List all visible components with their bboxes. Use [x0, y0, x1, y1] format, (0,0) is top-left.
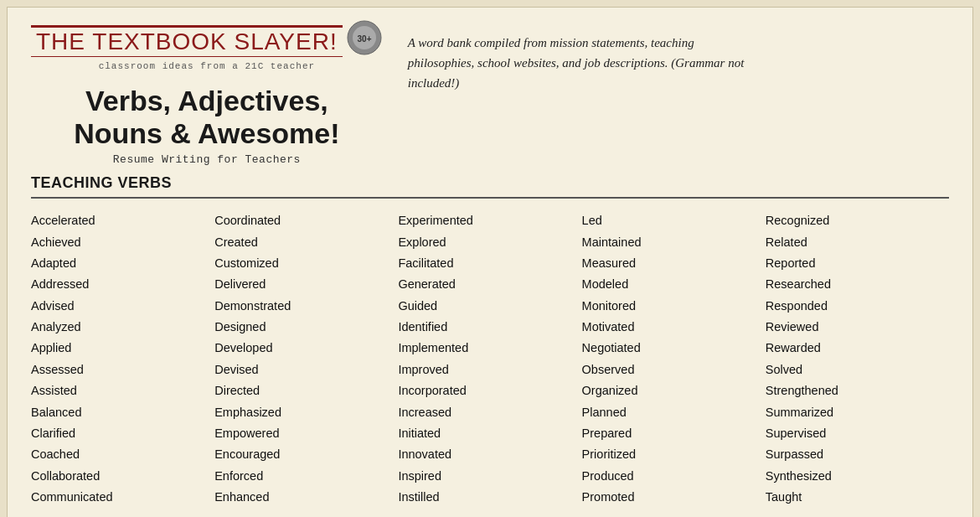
list-item: Negotiated: [582, 338, 766, 359]
list-item: Assisted: [31, 380, 214, 401]
list-item: Balanced: [31, 402, 214, 423]
list-item: Prepared: [582, 423, 766, 444]
list-item: Customized: [214, 253, 398, 274]
list-item: Incorporated: [398, 380, 581, 401]
list-item: Inspired: [398, 466, 581, 487]
list-item: Reported: [766, 253, 949, 274]
list-item: Improved: [398, 359, 581, 380]
list-item: Summarized: [766, 402, 949, 423]
list-item: Motivated: [582, 317, 766, 338]
list-item: Assessed: [31, 359, 214, 380]
list-item: Guided: [398, 296, 581, 317]
site-title: THE TEXTBOOK SLAYER!: [36, 28, 338, 54]
list-item: Responded: [766, 296, 949, 317]
list-item: Taught: [766, 487, 949, 508]
list-item: Advised: [31, 296, 214, 317]
list-item: Measured: [582, 253, 766, 274]
section-divider: [31, 197, 949, 199]
list-item: Researched: [766, 274, 949, 295]
list-item: Adapted: [31, 253, 214, 274]
logo-area: THE TEXTBOOK SLAYER! 30+ classroom ideas…: [31, 23, 383, 166]
list-item: Generated: [398, 274, 581, 295]
list-item: Strengthened: [766, 380, 949, 401]
list-item: Planned: [582, 402, 766, 423]
list-item: Prioritized: [582, 444, 766, 465]
list-item: Supervised: [766, 423, 949, 444]
list-item: Empowered: [214, 423, 398, 444]
list-item: Enforced: [214, 466, 398, 487]
list-item: Coordinated: [214, 210, 398, 231]
list-item: Communicated: [31, 487, 214, 508]
list-item: Clarified: [31, 423, 214, 444]
header: THE TEXTBOOK SLAYER! 30+ classroom ideas…: [31, 23, 949, 166]
list-item: Implemented: [398, 338, 581, 359]
list-item: Collaborated: [31, 466, 214, 487]
list-item: Identified: [398, 317, 581, 338]
list-item: Reviewed: [766, 317, 949, 338]
list-item: Devised: [214, 359, 398, 380]
list-item: Addressed: [31, 274, 214, 295]
word-column-3: ExperimentedExploredFacilitatedGenerated…: [398, 210, 581, 508]
list-item: Emphasized: [214, 402, 398, 423]
list-item: Synthesized: [766, 466, 949, 487]
list-item: Promoted: [582, 487, 766, 508]
site-subtitle: classroom ideas from a 21C teacher: [99, 61, 315, 71]
list-item: Analyzed: [31, 317, 214, 338]
list-item: Accelerated: [31, 210, 214, 231]
page-container: THE TEXTBOOK SLAYER! 30+ classroom ideas…: [7, 7, 973, 517]
list-item: Demonstrated: [214, 296, 398, 317]
list-item: Rewarded: [766, 338, 949, 359]
list-item: Experimented: [398, 210, 581, 231]
list-item: Facilitated: [398, 253, 581, 274]
list-item: Encouraged: [214, 444, 398, 465]
description: A word bank compiled from mission statem…: [408, 23, 760, 93]
list-item: Achieved: [31, 232, 214, 253]
word-column-4: LedMaintainedMeasuredModeledMonitoredMot…: [582, 210, 766, 508]
list-item: Directed: [214, 380, 398, 401]
main-title: Verbs, Adjectives,Nouns & Awesome!: [74, 85, 339, 150]
list-item: Initiated: [398, 423, 581, 444]
list-item: Explored: [398, 232, 581, 253]
list-item: Observed: [582, 359, 766, 380]
list-item: Modeled: [582, 274, 766, 295]
list-item: Innovated: [398, 444, 581, 465]
list-item: Solved: [766, 359, 949, 380]
list-item: Delivered: [214, 274, 398, 295]
svg-text:30+: 30+: [357, 34, 371, 44]
list-item: Related: [766, 232, 949, 253]
list-item: Maintained: [582, 232, 766, 253]
word-column-2: CoordinatedCreatedCustomizedDeliveredDem…: [214, 210, 398, 508]
word-column-1: AcceleratedAchievedAdaptedAddressedAdvis…: [31, 210, 214, 508]
list-item: Coached: [31, 444, 214, 465]
list-item: Created: [214, 232, 398, 253]
list-item: Applied: [31, 338, 214, 359]
list-item: Enhanced: [214, 487, 398, 508]
list-item: Increased: [398, 402, 581, 423]
section-title: TEACHING VERBS: [31, 174, 949, 192]
list-item: Surpassed: [766, 444, 949, 465]
list-item: Recognized: [766, 210, 949, 231]
list-item: Instilled: [398, 487, 581, 508]
word-column-5: RecognizedRelatedReportedResearchedRespo…: [766, 210, 949, 508]
list-item: Produced: [582, 466, 766, 487]
list-item: Developed: [214, 338, 398, 359]
list-item: Monitored: [582, 296, 766, 317]
word-grid: AcceleratedAchievedAdaptedAddressedAdvis…: [31, 210, 949, 508]
list-item: Led: [582, 210, 766, 231]
list-item: Organized: [582, 380, 766, 401]
list-item: Designed: [214, 317, 398, 338]
sub-title: Resume Writing for Teachers: [113, 153, 301, 166]
logo-icon: 30+: [346, 19, 383, 56]
